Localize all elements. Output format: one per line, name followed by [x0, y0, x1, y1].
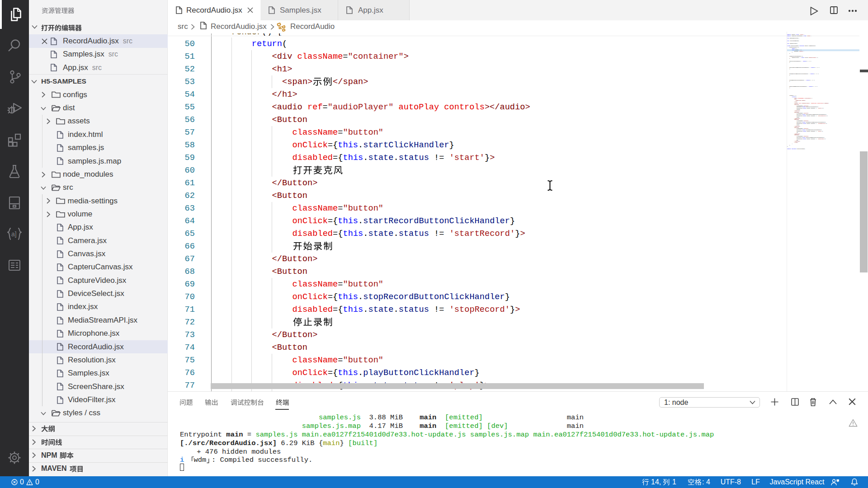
- svg-text:constructor(){: constructor(){: [789, 47, 799, 48]
- svg-text:let mediaRecorder;: let mediaRecorder;: [787, 38, 799, 39]
- svg-text:startClickHandler = async() =>: startClickHandler = async() => {: [789, 61, 811, 62]
- svg-text:disabled={this.state.status !=: disabled={this.state.status != 'play'}>: [797, 130, 823, 131]
- svg-text:}: }: [789, 144, 790, 145]
- svg-text:<audio ref="audioPlayer" autoP: <audio ref="audioPlayer" autoPlay contro…: [794, 103, 829, 104]
- svg-text:startRecordButtonClickHandler: startRecordButtonClickHandler = async() …: [789, 67, 820, 68]
- svg-text:export default RecordAudio;: export default RecordAudio;: [787, 148, 806, 150]
- svg-text:}: }: [789, 68, 790, 69]
- svg-text:let recordedBlobs;: let recordedBlobs;: [787, 40, 799, 41]
- svg-text:return(: return(: [792, 96, 797, 97]
- svg-text:onClick={this.startRecordButto: onClick={this.startRecordButtonClickHand…: [797, 114, 827, 115]
- svg-text:</Button>: </Button>: [794, 141, 801, 142]
- svg-text:disabled={this.state.status !=: disabled={this.state.status != 'stopReco…: [797, 123, 827, 124]
- svg-text:audioPlayer = this.refs['audio: audioPlayer = this.refs['audioPlayer'];: [792, 56, 818, 58]
- svg-text:): ): [792, 143, 793, 145]
- svg-text:XXXX: XXXX: [797, 116, 800, 117]
- svg-text:<Button: <Button: [794, 134, 799, 136]
- svg-text:onClick={this.playButtonClickH: onClick={this.playButtonClickHandler}: [797, 129, 822, 131]
- svg-text:XXXX: XXXX: [797, 124, 800, 125]
- svg-text:className="button": className="button": [797, 128, 809, 129]
- svg-text:render() {: render() {: [789, 95, 797, 96]
- svg-text:componentDidMount(){: componentDidMount(){: [789, 55, 803, 56]
- svg-text:disabled={this.state.status !=: disabled={this.state.status != 'download…: [797, 138, 826, 139]
- svg-text:}: }: [789, 74, 790, 75]
- svg-text:this.state = {: this.state = {: [792, 49, 802, 50]
- svg-text:}: }: [789, 53, 790, 54]
- svg-text:</Button>: </Button>: [794, 125, 801, 127]
- svg-text:className="button": className="button": [797, 105, 809, 106]
- svg-text:}: }: [789, 81, 790, 82]
- svg-text:<Button: <Button: [794, 119, 799, 120]
- svg-text:}: }: [787, 145, 788, 147]
- svg-text:}: }: [789, 87, 790, 89]
- svg-text:XX: XX: [797, 131, 798, 133]
- svg-text:<span>XX</span>: <span>XX</span>: [795, 100, 806, 101]
- svg-text:<Button: <Button: [794, 103, 799, 105]
- svg-text:<h1>: <h1>: [794, 99, 797, 100]
- svg-text:</Button>: </Button>: [794, 133, 801, 134]
- svg-text:className="button": className="button": [797, 113, 809, 114]
- svg-text:a]: a]: [11, 230, 17, 238]
- svg-text:className="button": className="button": [797, 136, 809, 137]
- svg-text:}: }: [792, 52, 793, 53]
- svg-text:playButtonClickHandler = async: playButtonClickHandler = async() => {: [789, 80, 815, 81]
- svg-text:status:'start',: status:'start',: [794, 50, 805, 52]
- svg-text:let audioPlayer;: let audioPlayer;: [787, 42, 798, 44]
- svg-text:}: }: [789, 58, 790, 59]
- svg-text:<Button: <Button: [794, 111, 799, 113]
- svg-text:}: }: [789, 61, 790, 63]
- svg-text:</h1>: </h1>: [794, 101, 798, 103]
- svg-text:class RecordAudio extends Reac: class RecordAudio extends React.Componen…: [787, 45, 816, 47]
- svg-text:className="button": className="button": [797, 120, 809, 122]
- svg-text:onClick={this.stopRecordButton: onClick={this.stopRecordButtonClickHandl…: [797, 122, 826, 123]
- svg-text:XXXXX: XXXXX: [797, 109, 800, 110]
- svg-text:onClick={this.startClickHandle: onClick={this.startClickHandler}: [797, 106, 819, 108]
- svg-text:super();: super();: [792, 47, 797, 49]
- svg-text:disabled={this.state.status !=: disabled={this.state.status != 'start'}>: [797, 108, 824, 109]
- svg-text:</Button>: </Button>: [794, 117, 801, 119]
- svg-text:import {Button,message} from ': import {Button,message} from 'antd';: [787, 35, 811, 36]
- svg-text:<div className="container">: <div className="container">: [794, 97, 813, 99]
- svg-text:stopRecordButtonClickHandler =: stopRecordButtonClickHandler = async() =…: [789, 73, 819, 75]
- svg-text:XX: XX: [797, 139, 798, 141]
- svg-text:onClick={this.downloadButtonCl: onClick={this.downloadButtonClickHandler…: [797, 136, 825, 138]
- svg-text:</div>: </div>: [794, 142, 799, 143]
- svg-text:<Button: <Button: [794, 127, 799, 128]
- svg-text:downloadButtonClickHandler = a: downloadButtonClickHandler = async() => …: [789, 86, 817, 87]
- svg-text:disabled={this.state.status !=: disabled={this.state.status != 'startRec…: [797, 115, 828, 117]
- svg-text:</Button>: </Button>: [794, 110, 801, 111]
